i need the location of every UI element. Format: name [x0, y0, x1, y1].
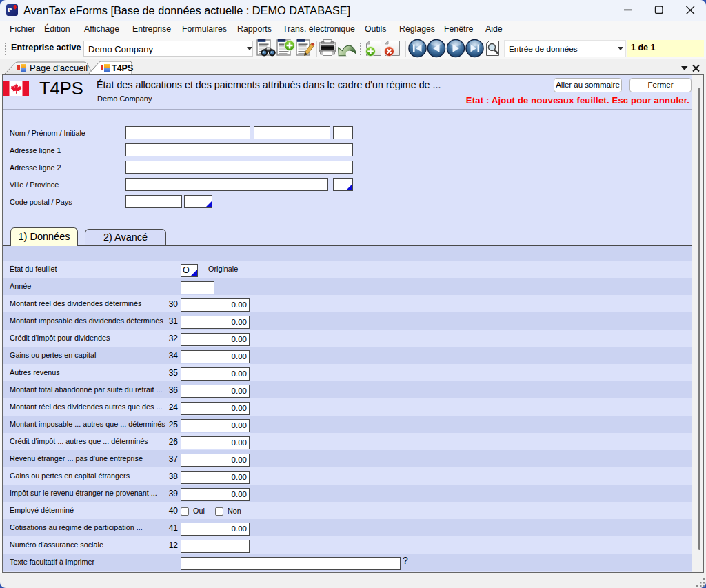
svg-text:T4PS: T4PS: [112, 63, 133, 73]
svg-text:Page d'accueil: Page d'accueil: [30, 63, 88, 73]
